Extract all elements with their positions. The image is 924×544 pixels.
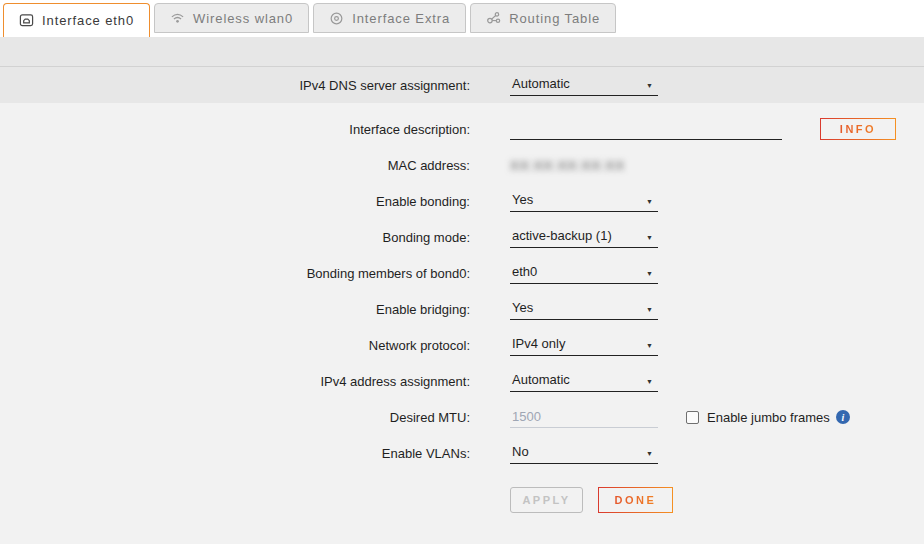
ipv4-assignment-select[interactable]: Automatic ▼ (510, 370, 658, 392)
mac-address-label: MAC address: (0, 158, 470, 173)
enable-bridging-row: Enable bridging: Yes ▼ (0, 291, 924, 327)
enable-vlans-row: Enable VLANs: No ▼ (0, 435, 924, 471)
select-value: Automatic (512, 372, 570, 387)
desired-mtu-row: Desired MTU: Enable jumbo frames i (0, 399, 924, 435)
enable-bonding-select[interactable]: Yes ▼ (510, 190, 658, 212)
enable-bridging-label: Enable bridging: (0, 302, 470, 317)
select-value: eth0 (512, 264, 537, 279)
info-button[interactable]: INFO (820, 118, 896, 140)
bonding-members-select[interactable]: eth0 ▼ (510, 262, 658, 284)
jumbo-frames-group: Enable jumbo frames i (686, 410, 850, 425)
jumbo-frames-label: Enable jumbo frames (707, 410, 830, 425)
enable-bonding-row: Enable bonding: Yes ▼ (0, 183, 924, 219)
network-protocol-row: Network protocol: IPv4 only ▼ (0, 327, 924, 363)
ipv4-assignment-row: IPv4 address assignment: Automatic ▼ (0, 363, 924, 399)
tab-interface-extra[interactable]: Interface Extra (313, 3, 466, 33)
interface-description-row: Interface description: INFO (0, 111, 924, 147)
dns-section: IPv4 DNS server assignment: Automatic ▼ (0, 37, 924, 103)
select-value: Automatic (512, 76, 570, 91)
dns-assignment-label: IPv4 DNS server assignment: (0, 78, 470, 93)
tab-wireless-wlan0[interactable]: Wireless wlan0 (154, 3, 309, 33)
share-nodes-icon (486, 11, 501, 26)
ipv4-assignment-label: IPv4 address assignment: (0, 374, 470, 389)
chevron-down-icon: ▼ (646, 305, 653, 315)
select-value: active-backup (1) (512, 228, 612, 243)
select-value: Yes (512, 192, 533, 207)
chevron-down-icon: ▼ (646, 341, 653, 351)
chevron-down-icon: ▼ (646, 269, 653, 279)
network-protocol-label: Network protocol: (0, 338, 470, 353)
enable-vlans-label: Enable VLANs: (0, 446, 470, 461)
interface-description-input[interactable] (510, 118, 782, 140)
wifi-icon (170, 11, 185, 26)
chevron-down-icon: ▼ (646, 233, 653, 243)
chevron-down-icon: ▼ (646, 81, 653, 91)
bonding-mode-row: Bonding mode: active-backup (1) ▼ (0, 219, 924, 255)
interface-settings-form: Interface description: INFO MAC address:… (0, 103, 924, 513)
done-button[interactable]: DONE (598, 487, 673, 513)
enable-vlans-select[interactable]: No ▼ (510, 442, 658, 464)
apply-button[interactable]: APPLY (510, 487, 583, 513)
mac-address-row: MAC address: XX:XX:XX:XX:XX (0, 147, 924, 183)
enable-bridging-select[interactable]: Yes ▼ (510, 298, 658, 320)
dns-assignment-row: IPv4 DNS server assignment: Automatic ▼ (0, 67, 924, 103)
toolbar-strip (0, 37, 924, 67)
mac-address-value: XX:XX:XX:XX:XX (510, 158, 625, 173)
chevron-down-icon: ▼ (646, 377, 653, 387)
select-value: IPv4 only (512, 336, 565, 351)
target-icon (329, 11, 344, 26)
bonding-mode-label: Bonding mode: (0, 230, 470, 245)
form-actions: APPLY DONE (510, 487, 924, 513)
select-value: Yes (512, 300, 533, 315)
tab-routing-table[interactable]: Routing Table (470, 3, 616, 33)
tab-label: Interface Extra (352, 11, 450, 26)
tab-label: Wireless wlan0 (193, 11, 293, 26)
dns-assignment-select[interactable]: Automatic ▼ (510, 74, 658, 96)
chevron-down-icon: ▼ (646, 449, 653, 459)
tab-label: Routing Table (509, 11, 600, 26)
interface-description-label: Interface description: (0, 122, 470, 137)
desired-mtu-label: Desired MTU: (0, 410, 470, 425)
desired-mtu-input[interactable] (510, 406, 658, 428)
select-value: No (512, 444, 529, 459)
network-protocol-select[interactable]: IPv4 only ▼ (510, 334, 658, 356)
tab-interface-eth0[interactable]: Interface eth0 (3, 3, 150, 37)
ethernet-port-icon (19, 13, 34, 28)
info-icon[interactable]: i (836, 410, 850, 424)
jumbo-frames-checkbox[interactable] (686, 411, 699, 424)
enable-bonding-label: Enable bonding: (0, 194, 470, 209)
bonding-members-label: Bonding members of bond0: (0, 266, 470, 281)
bonding-members-row: Bonding members of bond0: eth0 ▼ (0, 255, 924, 291)
tab-bar: Interface eth0 Wireless wlan0 Interface … (0, 0, 924, 37)
bonding-mode-select[interactable]: active-backup (1) ▼ (510, 226, 658, 248)
chevron-down-icon: ▼ (646, 197, 653, 207)
tab-label: Interface eth0 (42, 13, 134, 28)
